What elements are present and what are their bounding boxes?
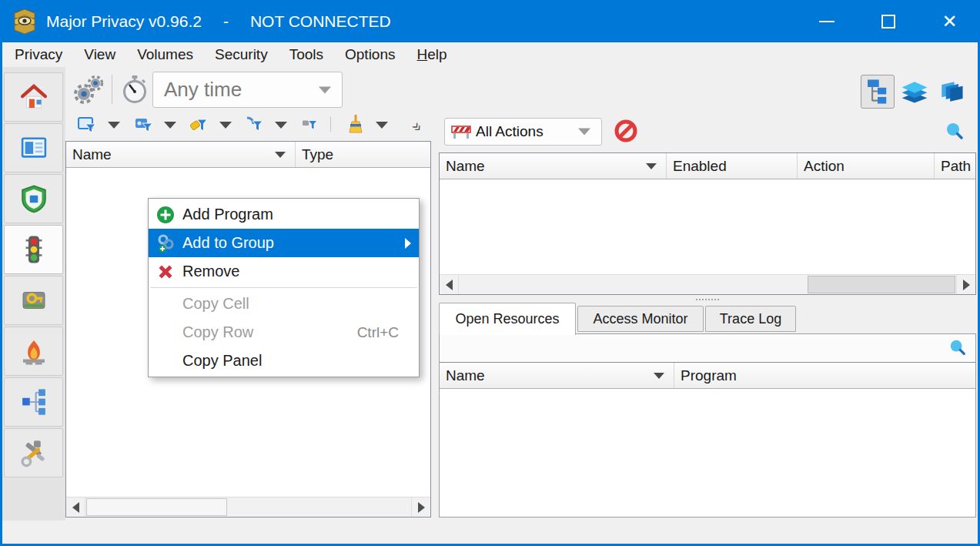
- broom-icon: [346, 114, 364, 134]
- panels-view-button[interactable]: [935, 75, 968, 109]
- sidebar-item-home[interactable]: [4, 72, 63, 122]
- menu-tools[interactable]: Tools: [279, 44, 334, 65]
- tab-access-monitor[interactable]: Access Monitor: [577, 306, 704, 332]
- time-filter-button[interactable]: [118, 72, 152, 107]
- sidebar-item-firewall[interactable]: [4, 327, 63, 376]
- layers-view-button[interactable]: [898, 75, 932, 109]
- scroll-left-icon: [446, 280, 453, 290]
- close-button[interactable]: ✕: [932, 0, 968, 42]
- filter-tag-dropdown[interactable]: [217, 116, 234, 133]
- network-icon: [18, 386, 50, 418]
- context-item-remove[interactable]: Remove: [149, 257, 419, 286]
- cleanup-dropdown[interactable]: [373, 116, 390, 133]
- filter-window-button[interactable]: [76, 115, 98, 135]
- filter-window-dropdown[interactable]: [105, 116, 122, 133]
- time-filter-select[interactable]: Any time: [152, 72, 343, 108]
- tab-trace-log[interactable]: Trace Log: [705, 306, 796, 332]
- chevron-down-icon: [164, 122, 176, 129]
- layers-view-icon: [899, 76, 930, 107]
- filter-tag-button[interactable]: [189, 115, 210, 135]
- filter-flow-dropdown[interactable]: [273, 116, 289, 133]
- statusbar: [2, 521, 978, 544]
- filter-category-dropdown[interactable]: [162, 116, 179, 133]
- toolbar-overflow-icon[interactable]: »: [408, 118, 427, 136]
- close-icon: ✕: [942, 12, 957, 31]
- block-button[interactable]: [613, 118, 639, 144]
- sidebar-item-network[interactable]: [4, 377, 63, 427]
- scroll-left-button[interactable]: [66, 497, 85, 517]
- horizontal-splitter[interactable]: [439, 296, 976, 303]
- splitter-grip-icon: [696, 299, 719, 300]
- search-button[interactable]: [944, 121, 965, 142]
- context-item-copy-panel[interactable]: Copy Panel: [149, 347, 419, 375]
- cleanup-button[interactable]: [344, 113, 366, 135]
- block-icon: [614, 119, 638, 143]
- maximize-icon: [881, 15, 895, 28]
- menu-security[interactable]: Security: [204, 44, 279, 65]
- menu-privacy[interactable]: Privacy: [4, 44, 73, 65]
- scroll-right-button[interactable]: [956, 275, 975, 294]
- scroll-right-icon: [418, 502, 425, 513]
- maximize-button[interactable]: [870, 0, 906, 42]
- menu-view[interactable]: View: [73, 44, 126, 65]
- column-header-path[interactable]: Path: [935, 153, 975, 179]
- column-header-name[interactable]: Name: [440, 363, 674, 388]
- scrollbar-thumb[interactable]: [86, 498, 227, 516]
- stopwatch-icon: [119, 74, 150, 105]
- menu-help[interactable]: Help: [406, 44, 458, 65]
- window-icon: [18, 132, 50, 164]
- scroll-left-button[interactable]: [440, 275, 459, 294]
- sidebar-item-secure-volumes[interactable]: [4, 276, 63, 325]
- scrollbar-thumb[interactable]: [808, 276, 955, 293]
- resources-search-button[interactable]: [948, 338, 968, 358]
- action-filter-select[interactable]: All Actions: [444, 118, 602, 146]
- traffic-light-icon: [18, 233, 50, 266]
- column-header-name[interactable]: Name: [66, 142, 296, 167]
- menu-options[interactable]: Options: [334, 44, 406, 65]
- context-item-add-program[interactable]: Add Program: [149, 200, 419, 229]
- sidebar-item-tweaks[interactable]: [4, 428, 63, 477]
- menu-volumes[interactable]: Volumes: [126, 44, 204, 65]
- resources-table-body[interactable]: [440, 389, 975, 517]
- settings-button[interactable]: [72, 72, 107, 107]
- tree-view-icon: [863, 77, 892, 106]
- column-header-action[interactable]: Action: [798, 153, 935, 179]
- tab-open-resources[interactable]: Open Resources: [439, 303, 576, 335]
- context-item-copy-cell[interactable]: Copy Cell: [149, 290, 419, 318]
- rules-hscrollbar[interactable]: [440, 274, 975, 294]
- submenu-arrow-icon: [405, 238, 411, 249]
- titlebar: Major Privacy v0.96.2 - NOT CONNECTED ✕: [0, 0, 980, 42]
- sidebar-item-overview[interactable]: [4, 123, 63, 173]
- toolbar-separator: [112, 75, 112, 104]
- tree-view-button[interactable]: [861, 75, 895, 109]
- column-header-enabled[interactable]: Enabled: [667, 153, 798, 179]
- scroll-right-button[interactable]: [411, 497, 430, 517]
- rules-table-body[interactable]: [440, 179, 975, 274]
- context-item-add-to-group[interactable]: Add to Group: [149, 229, 419, 257]
- programs-hscrollbar[interactable]: [66, 497, 430, 517]
- filter-flow-button[interactable]: [244, 115, 266, 135]
- action-filter-value: All Actions: [476, 123, 544, 140]
- filter-category-button[interactable]: [133, 115, 155, 135]
- rules-table: Name Enabled Action Path: [439, 152, 976, 295]
- column-header-type[interactable]: Type: [296, 142, 430, 167]
- context-item-copy-row[interactable]: Copy Row Ctrl+C: [149, 318, 419, 347]
- title-dash: -: [223, 12, 229, 31]
- column-header-name[interactable]: Name: [440, 153, 667, 179]
- barrier-icon: [451, 124, 471, 139]
- title-text: Major Privacy v0.96.2 - NOT CONNECTED: [46, 0, 391, 42]
- sidebar-item-privacy[interactable]: [4, 174, 63, 223]
- sort-desc-icon: [275, 152, 286, 158]
- menubar: Privacy View Volumes Security Tools Opti…: [2, 42, 978, 67]
- add-to-group-icon: [156, 233, 182, 253]
- menu-separator: [150, 287, 417, 288]
- chevron-down-icon: [319, 86, 331, 93]
- panels-view-icon: [936, 76, 967, 107]
- sidebar-item-process-control[interactable]: [4, 225, 63, 274]
- filter-edit-button[interactable]: [299, 115, 321, 135]
- time-filter-value: Any time: [164, 78, 242, 102]
- minimize-button[interactable]: [808, 0, 845, 42]
- open-resources-panel: Name Program: [439, 333, 976, 518]
- column-header-program[interactable]: Program: [674, 363, 975, 388]
- app-logo-icon: [11, 8, 38, 35]
